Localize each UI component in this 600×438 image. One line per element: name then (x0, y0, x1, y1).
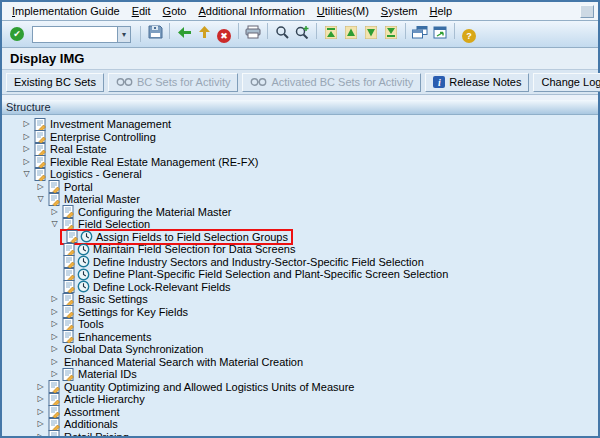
execute-activity-clock-icon[interactable] (79, 230, 93, 243)
tree-item-global-data-synchronization[interactable]: ▷Global Data Synchronization (2, 343, 598, 356)
tree-item-label[interactable]: Global Data Synchronization (61, 343, 203, 355)
execute-activity-clock-icon[interactable] (76, 243, 90, 256)
tree-item-label[interactable]: Configuring the Material Master (75, 206, 231, 218)
menu-item-edit[interactable]: Edit (126, 4, 157, 18)
execute-activity-clock-icon[interactable] (76, 268, 90, 281)
expander-collapsed-icon[interactable]: ▷ (48, 293, 61, 305)
expander-collapsed-icon[interactable]: ▷ (34, 418, 47, 430)
tree-item-label[interactable]: Investment Management (47, 118, 171, 130)
tree-item-label[interactable]: Portal (61, 181, 93, 193)
tree-item-retail-pricing[interactable]: ▷Retail Pricing (2, 431, 598, 437)
enter-icon[interactable]: ✔ (7, 24, 27, 44)
tree-item-label[interactable]: Enterprise Controlling (47, 131, 156, 143)
tree-item-label[interactable]: Maintain Field Selection for Data Screen… (90, 243, 295, 255)
tree-item-logistics-general[interactable]: ▽Logistics - General (2, 168, 598, 181)
next-page-icon[interactable] (361, 23, 381, 43)
find-icon[interactable] (272, 22, 292, 42)
expander-collapsed-icon[interactable]: ▷ (20, 143, 33, 155)
save-icon[interactable] (145, 22, 165, 42)
menu-item-help[interactable]: Help (424, 4, 459, 18)
tree-item-label[interactable]: Enhanced Material Search with Material C… (61, 356, 303, 368)
tree-item-article-hierarchy[interactable]: ▷Article Hierarchy (2, 393, 598, 406)
button-change-log[interactable]: Change Log (533, 73, 600, 92)
find-next-icon[interactable] (292, 22, 312, 42)
exit-icon[interactable] (194, 22, 214, 42)
tree-item-label[interactable]: Flexible Real Estate Management (RE-FX) (47, 156, 258, 168)
tree-item-assign-fields-to-field-selection-groups[interactable]: Assign Fields to Field Selection Groups (2, 231, 598, 244)
expander-collapsed-icon[interactable]: ▷ (48, 356, 61, 368)
menu-item-additional-information[interactable]: Additional Information (192, 4, 310, 18)
tree-item-configuring-the-material-master[interactable]: ▷Configuring the Material Master (2, 206, 598, 219)
tree-item-label[interactable]: Article Hierarchy (61, 393, 145, 405)
tree-item-material-master[interactable]: ▽Material Master (2, 193, 598, 206)
tree-item-define-plant-specific-field-selection-and-plant-specific-screen-selection[interactable]: Define Plant-Specific Field Selection an… (2, 268, 598, 281)
tree-item-label[interactable]: Basic Settings (75, 293, 148, 305)
expander-expanded-icon[interactable]: ▽ (34, 193, 47, 205)
tree-item-label[interactable]: Material Master (61, 193, 140, 205)
expander-collapsed-icon[interactable]: ▷ (48, 306, 61, 318)
help-icon[interactable]: ? (459, 26, 479, 46)
button-existing-bc-sets[interactable]: Existing BC Sets (6, 73, 104, 92)
tree-item-enhanced-material-search-with-material-creation[interactable]: ▷Enhanced Material Search with Material … (2, 356, 598, 369)
menu-item-implementation-guide[interactable]: Implementation Guide (6, 4, 126, 18)
expander-collapsed-icon[interactable]: ▷ (48, 318, 61, 330)
command-input[interactable] (33, 27, 117, 42)
expander-collapsed-icon[interactable]: ▷ (20, 118, 33, 130)
tree-item-enhancements[interactable]: ▷Enhancements (2, 331, 598, 344)
tree-item-label[interactable]: Define Industry Sectors and Industry-Sec… (90, 256, 424, 268)
tree-item-investment-management[interactable]: ▷Investment Management (2, 118, 598, 131)
expander-collapsed-icon[interactable]: ▷ (34, 181, 47, 193)
expander-collapsed-icon[interactable]: ▷ (20, 156, 33, 168)
expander-collapsed-icon[interactable]: ▷ (34, 431, 47, 436)
tree-item-maintain-field-selection-for-data-screens[interactable]: Maintain Field Selection for Data Screen… (2, 243, 598, 256)
tree-item-label[interactable]: Tools (75, 318, 104, 330)
tree-item-label[interactable]: Real Estate (47, 143, 107, 155)
tree-item-label[interactable]: Define Lock-Relevant Fields (90, 281, 231, 293)
expander-collapsed-icon[interactable]: ▷ (48, 343, 61, 355)
prev-page-icon[interactable] (341, 23, 361, 43)
last-page-icon[interactable] (381, 23, 401, 43)
tree-item-portal[interactable]: ▷Portal (2, 181, 598, 194)
execute-activity-clock-icon[interactable] (76, 280, 90, 293)
expander-collapsed-icon[interactable]: ▷ (48, 368, 61, 380)
tree-item-label[interactable]: Define Plant-Specific Field Selection an… (90, 268, 448, 280)
tree-item-label[interactable]: Assortment (61, 406, 120, 418)
expander-collapsed-icon[interactable]: ▷ (48, 206, 61, 218)
tree-item-label[interactable]: Settings for Key Fields (75, 306, 188, 318)
tree-item-define-lock-relevant-fields[interactable]: Define Lock-Relevant Fields (2, 281, 598, 294)
command-dropdown-icon[interactable]: ▾ (117, 27, 130, 42)
tree-item-label[interactable]: Additionals (61, 418, 118, 430)
expander-collapsed-icon[interactable]: ▷ (34, 406, 47, 418)
tree-item-flexible-real-estate-management-re-fx[interactable]: ▷Flexible Real Estate Management (RE-FX) (2, 156, 598, 169)
menu-item-system[interactable]: System (375, 4, 424, 18)
tree-item-assortment[interactable]: ▷Assortment (2, 406, 598, 419)
print-icon[interactable] (243, 22, 263, 42)
tree-item-additionals[interactable]: ▷Additionals (2, 418, 598, 431)
expander-collapsed-icon[interactable]: ▷ (48, 331, 61, 343)
tree-item-tools[interactable]: ▷Tools (2, 318, 598, 331)
execute-activity-clock-icon[interactable] (76, 255, 90, 268)
back-icon[interactable] (174, 23, 194, 43)
tree-item-label[interactable]: Material IDs (75, 368, 137, 380)
expander-collapsed-icon[interactable]: ▷ (34, 393, 47, 405)
layout-menu-button[interactable] (580, 5, 594, 18)
tree-item-enterprise-controlling[interactable]: ▷Enterprise Controlling (2, 131, 598, 144)
cancel-icon[interactable]: ✖ (214, 26, 234, 46)
tree-item-define-industry-sectors-and-industry-sector-specific-field-selection[interactable]: Define Industry Sectors and Industry-Sec… (2, 256, 598, 269)
tree-item-real-estate[interactable]: ▷Real Estate (2, 143, 598, 156)
first-page-icon[interactable] (321, 23, 341, 43)
new-session-icon[interactable] (410, 23, 430, 43)
tree-item-label[interactable]: Assign Fields to Field Selection Groups (93, 231, 288, 243)
expander-collapsed-icon[interactable]: ▷ (34, 381, 47, 393)
tree-item-label[interactable]: Retail Pricing (61, 431, 129, 436)
menu-item-goto[interactable]: Goto (157, 4, 193, 18)
tree-item-label[interactable]: Logistics - General (47, 168, 142, 180)
button-release-notes[interactable]: iRelease Notes (425, 73, 529, 92)
expander-collapsed-icon[interactable]: ▷ (20, 131, 33, 143)
tree-item-material-ids[interactable]: ▷Material IDs (2, 368, 598, 381)
tree-item-quantity-optimizing-and-allowed-logistics-units-of-measure[interactable]: ▷Quantity Optimizing and Allowed Logisti… (2, 381, 598, 394)
tree-item-basic-settings[interactable]: ▷Basic Settings (2, 293, 598, 306)
menu-item-utilities-m[interactable]: Utilities(M) (311, 4, 375, 18)
create-shortcut-icon[interactable] (430, 23, 450, 43)
tree-item-label[interactable]: Enhancements (75, 331, 151, 343)
